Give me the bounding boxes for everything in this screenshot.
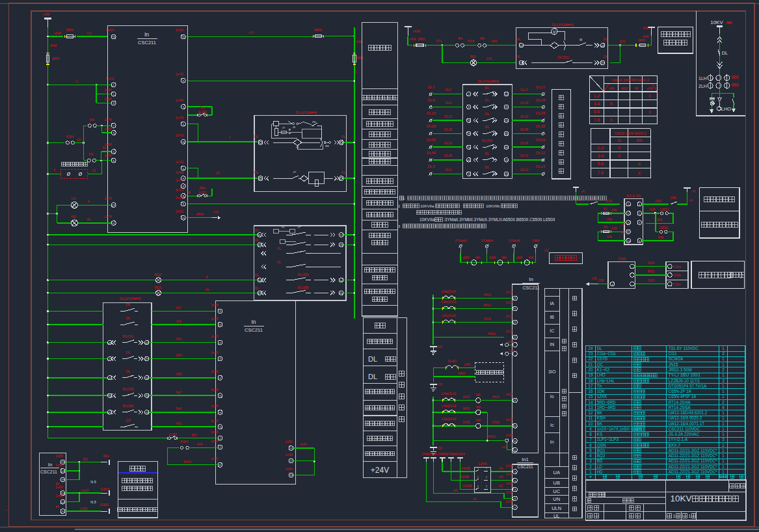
svg-text:4RD: 4RD: [314, 28, 323, 32]
svg-text:X: X: [648, 94, 652, 98]
svg-text:DL: DL: [516, 37, 520, 41]
svg-text:X: X: [648, 110, 652, 114]
svg-text:C640B: C640B: [462, 485, 472, 488]
svg-text:Wh: Wh: [529, 256, 534, 259]
svg-text:L401: L401: [464, 363, 471, 366]
svg-text:K3: K3: [621, 232, 625, 235]
svg-text:DL: DL: [603, 37, 607, 41]
svg-text:In: In: [529, 276, 533, 282]
svg-text:DL: DL: [722, 50, 728, 56]
svg-text:+KM: +KM: [409, 38, 416, 41]
svg-text:3: 3: [722, 437, 725, 442]
svg-text:LHc(1LH): LHc(1LH): [442, 313, 456, 317]
svg-text:DL7: DL7: [427, 85, 435, 89]
svg-text:10: 10: [627, 230, 630, 233]
svg-text:DL: DL: [603, 55, 607, 59]
svg-text:617: 617: [176, 306, 182, 310]
svg-text:LHa(1LH): LHa(1LH): [442, 289, 457, 293]
svg-text:3Q: 3Q: [281, 225, 284, 228]
svg-text:3: 3: [722, 351, 725, 356]
svg-text:DL9: DL9: [445, 101, 451, 105]
svg-text:G305: G305: [100, 503, 108, 507]
svg-text:+KM: +KM: [53, 31, 61, 35]
svg-text:84: 84: [145, 394, 148, 397]
svg-text:DL38: DL38: [536, 124, 546, 128]
svg-text:1LH: 1LH: [699, 76, 707, 81]
svg-text:13: 13: [505, 93, 508, 96]
svg-text:LHb(1LH): LHb(1LH): [442, 300, 457, 304]
svg-text:1RD~4RD: 1RD~4RD: [597, 405, 616, 410]
svg-text:13: 13: [505, 172, 508, 176]
svg-text:KSH: KSH: [180, 440, 187, 444]
svg-text:LZZBJ9-10 117/1: LZZBJ9-10 117/1: [669, 379, 700, 383]
svg-text:LHc(2LH): LHc(2LH): [442, 417, 456, 421]
svg-text:A411: A411: [484, 293, 492, 297]
svg-text:1n50: 1n50: [176, 209, 183, 213]
svg-text:#3: #3: [55, 483, 59, 486]
svg-text:28: 28: [468, 132, 471, 135]
svg-text:1DK: 1DK: [597, 389, 606, 393]
svg-text:AD11-22/21-3GZ 110VDC*: AD11-22/21-3GZ 110VDC*: [669, 453, 718, 458]
svg-text:QC: QC: [597, 362, 604, 367]
svg-text:K3: K3: [621, 222, 625, 226]
svg-text:Wh: Wh: [501, 256, 507, 259]
svg-text:DL9: DL9: [427, 98, 435, 102]
svg-text:3-4: 3-4: [594, 101, 600, 106]
svg-text:DL33: DL33: [536, 111, 546, 115]
svg-text:7-8: 7-8: [594, 118, 600, 122]
svg-text:96: 96: [145, 377, 148, 380]
svg-text:B640B: B640B: [460, 475, 469, 479]
svg-text:5a: 5a: [340, 279, 343, 282]
svg-text:N.5: N.5: [90, 500, 96, 504]
svg-text:BD: BD: [597, 459, 603, 463]
svg-text:DL: DL: [341, 135, 345, 139]
svg-text:DL: DL: [597, 346, 603, 351]
svg-text:3RD: 3RD: [66, 28, 74, 32]
svg-text:C421: C421: [462, 421, 470, 424]
svg-text:10: 10: [513, 440, 516, 443]
svg-text:BH: BH: [325, 144, 329, 148]
svg-text:1: 1: [673, 514, 676, 518]
svg-text:B611: B611: [648, 270, 655, 273]
svg-text:UN: UN: [453, 489, 458, 492]
svg-text:1n2X: 1n2X: [211, 317, 219, 321]
svg-text:LW12-16/4.0071.1T: LW12-16/4.0071.1T: [669, 421, 704, 426]
svg-text:6v5: 6v5: [176, 319, 181, 323]
svg-text:+KM: +KM: [49, 44, 57, 47]
svg-text:DL: DL: [485, 125, 489, 129]
svg-text:AD11-22/21-3GZ 110VDC*: AD11-22/21-3GZ 110VDC*: [669, 459, 718, 463]
svg-text:DL(59): DL(59): [481, 139, 492, 142]
svg-text:A423: A423: [492, 395, 499, 399]
svg-text:1ZKK: 1ZKK: [478, 462, 487, 466]
svg-text:1n70: 1n70: [176, 160, 183, 164]
svg-text:2YMcII: 2YMcII: [456, 453, 465, 456]
svg-text:17: 17: [588, 384, 593, 388]
svg-text:1n6X: 1n6X: [106, 28, 114, 32]
svg-text:649: 649: [197, 442, 203, 446]
svg-text:4?: 4?: [293, 170, 297, 174]
svg-text:2YMbII: 2YMbII: [438, 453, 447, 456]
svg-text:Wh: Wh: [476, 418, 481, 422]
svg-text:QC: QC: [126, 418, 131, 422]
svg-text:KK: KK: [89, 118, 94, 122]
svg-text:3-4: 3-4: [597, 153, 604, 158]
svg-text:1n7X: 1n7X: [104, 118, 112, 122]
svg-text:ULN: ULN: [552, 505, 561, 511]
svg-text:1: 1: [722, 356, 725, 361]
svg-text:10KVIIa: 10KVIIa: [419, 217, 435, 222]
svg-text:18: 18: [588, 379, 593, 383]
svg-text:1: 1: [54, 168, 56, 172]
svg-text:1: 1: [722, 394, 725, 399]
svg-text:6RD: 6RD: [638, 38, 645, 42]
svg-text:+24V: +24V: [371, 466, 389, 475]
svg-text:1n40: 1n40: [176, 98, 183, 102]
svg-text:B411: B411: [508, 340, 514, 343]
svg-text:1n1X: 1n1X: [505, 330, 513, 333]
svg-text:X71: X71: [436, 39, 442, 43]
svg-text:13: 13: [92, 168, 96, 172]
svg-text:DL: DL: [255, 228, 260, 232]
svg-text:2YMaH: 2YMaH: [455, 239, 466, 243]
svg-text:11: 11: [219, 464, 222, 467]
svg-text:c609: c609: [516, 256, 522, 259]
svg-text:X: X: [610, 118, 613, 122]
